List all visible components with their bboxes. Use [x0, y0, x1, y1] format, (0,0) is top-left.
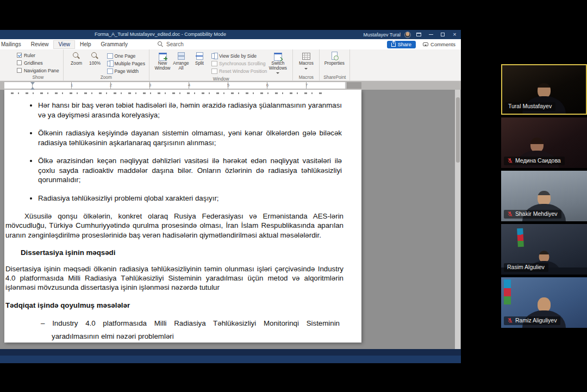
taskbar-strip — [0, 356, 461, 363]
search-icon — [158, 41, 164, 47]
zoom-button[interactable]: Zoom — [67, 51, 86, 74]
checkbox-icon — [17, 68, 22, 73]
share-icon — [391, 43, 396, 47]
multiple-pages-label: Multiple Pages — [115, 61, 145, 66]
ruler-scale — [4, 82, 346, 89]
flag — [504, 279, 511, 304]
reset-window-position-icon — [211, 68, 217, 74]
participant-name: Ramiz Aliguliyev — [515, 317, 557, 324]
comments-button[interactable]: Comments — [423, 41, 455, 47]
page-width-label: Page Width — [115, 69, 139, 74]
one-page-icon — [107, 53, 113, 59]
view-side-by-side-icon — [211, 53, 217, 59]
participant-name-label: Shakir Mehdiyev — [504, 210, 561, 219]
dash-item-text: Industry 4.0 platformasıda Milli Radiasi… — [52, 319, 340, 340]
ribbon-group-zoom: Zoom 100% One Page Multiple Pages — [64, 49, 149, 80]
tab-review[interactable]: Review — [26, 40, 54, 49]
account-name[interactable]: Mustafayev Tural — [363, 32, 401, 38]
arrange-all-button[interactable]: Arrange All — [172, 51, 190, 76]
zoom-100-label: 100% — [89, 61, 101, 66]
ruler-checkbox[interactable]: Ruler — [17, 52, 59, 58]
ruler-number: 1 — [69, 82, 74, 89]
participant-name-label: Rasim Alguliev — [504, 263, 548, 272]
group-label-macros: Macros — [297, 74, 315, 80]
split-button[interactable]: Split — [190, 51, 209, 76]
ribbon-group-macros: Macros Macros — [293, 49, 320, 80]
zoom-100-button[interactable]: 100% — [86, 51, 104, 74]
group-label-show: Show — [17, 74, 59, 80]
synchronous-scrolling-button[interactable]: Synchronous Scrolling — [211, 60, 267, 66]
switch-windows-button[interactable]: Switch Windows — [267, 51, 289, 76]
properties-icon — [330, 52, 339, 60]
vertical-scrollbar[interactable] — [455, 90, 460, 349]
bullet-item: Ölkənin radiasiya keşiyində dayanan sist… — [38, 128, 342, 147]
close-icon[interactable]: × — [451, 30, 459, 39]
arrange-all-label: Arrange All — [172, 61, 190, 71]
new-window-button[interactable]: New Window — [153, 51, 172, 76]
meeting-screen: Forma_A_Tural Mustafayev_edited.doc - Co… — [0, 0, 587, 392]
search-box[interactable]: Search — [158, 41, 184, 47]
document-page[interactable]: Hər hansı bir baş verən təbiət hadisələr… — [4, 90, 361, 343]
hanging-indent-marker[interactable] — [30, 85, 35, 90]
share-button[interactable]: Share — [387, 41, 416, 48]
comments-label: Comments — [430, 41, 455, 47]
body-paragraph: Disertasiya işinin məqsədi ölkənin radia… — [5, 264, 344, 293]
gridlines-checkbox[interactable]: Gridlines — [17, 60, 59, 66]
participant-video-medina[interactable]: Медина Саидова — [501, 117, 587, 168]
scrollbar-thumb[interactable] — [456, 97, 460, 163]
ruler-number: 3 — [147, 82, 153, 89]
status-bar — [0, 349, 461, 363]
participant-video-shakir[interactable]: Shakir Mehdiyev — [501, 171, 587, 221]
ribbon-display-options-icon[interactable] — [415, 30, 423, 39]
page-width-button[interactable]: Page Width — [107, 68, 145, 74]
minimize-icon[interactable] — [427, 30, 435, 39]
shared-screen: Forma_A_Tural Mustafayev_edited.doc - Co… — [0, 30, 461, 363]
ruler-number: 7 — [304, 82, 309, 89]
bullet-item: Radiasiya təhlükəsizliyi problemi qlobal… — [38, 194, 342, 203]
word-title-bar: Forma_A_Tural Mustafayev_edited.doc - Co… — [0, 30, 461, 39]
new-window-icon — [158, 52, 167, 60]
view-side-by-side-label: View Side by Side — [219, 53, 257, 59]
split-label: Split — [195, 61, 204, 66]
tab-view[interactable]: View — [53, 40, 75, 49]
ruler-number: 2 — [108, 82, 114, 89]
navigation-pane-checkbox-label: Navigation Pane — [24, 68, 59, 73]
participant-name: Rasim Alguliev — [507, 264, 545, 271]
tab-help[interactable]: Help — [75, 40, 96, 49]
reset-window-position-label: Reset Window Position — [219, 69, 267, 74]
reset-window-position-button[interactable]: Reset Window Position — [211, 68, 267, 74]
multiple-pages-button[interactable]: Multiple Pages — [107, 60, 145, 66]
mic-muted-icon — [507, 318, 513, 323]
horizontal-ruler[interactable]: 1 2 3 4 5 6 7 — [0, 81, 461, 90]
participant-video-ramiz[interactable]: Ramiz Aliguliyev — [501, 277, 587, 328]
tab-mailings[interactable]: Mailings — [0, 40, 26, 49]
account-avatar[interactable] — [404, 32, 411, 38]
participant-video-tural[interactable]: Tural Mustafayev — [501, 64, 587, 115]
mic-muted-icon — [507, 158, 513, 164]
restore-icon[interactable] — [439, 30, 447, 39]
ribbon-tabs: Mailings Review View Help Grammarly — [0, 39, 133, 49]
mic-muted-icon — [507, 211, 513, 217]
properties-label: Properties — [324, 61, 345, 66]
properties-button[interactable]: Properties — [323, 51, 345, 74]
bullet-list: Hər hansı bir baş verən təbiət hadisələr… — [4, 101, 342, 203]
group-label-zoom: Zoom — [67, 74, 145, 80]
ruler-number: 5 — [226, 82, 231, 89]
word-status-strip — [0, 349, 461, 356]
participant-name-label: Ramiz Aliguliyev — [504, 316, 560, 325]
ribbon-tab-row: Mailings Review View Help Grammarly Sear… — [0, 39, 461, 49]
flag — [517, 228, 524, 247]
one-page-label: One Page — [115, 53, 136, 59]
body-paragraph: Xüsusilə qonşu ölkələrin, konkret olaraq… — [5, 211, 344, 240]
macros-button[interactable]: Macros — [297, 51, 315, 74]
one-page-button[interactable]: One Page — [107, 53, 145, 59]
view-side-by-side-button[interactable]: View Side by Side — [211, 53, 267, 59]
navigation-pane-checkbox[interactable]: Navigation Pane — [17, 67, 59, 73]
participant-video-rasim[interactable]: Rasim Alguliev — [501, 224, 587, 275]
share-label: Share — [398, 41, 411, 47]
tab-grammarly[interactable]: Grammarly — [96, 40, 133, 49]
section-heading: Tədqiqat işində qoyulmuş məsələlər — [5, 301, 361, 309]
participants-panel: Tural Mustafayev Медина Саидова Shakir M… — [501, 64, 587, 331]
search-label: Search — [166, 41, 184, 47]
synchronous-scrolling-icon — [211, 60, 217, 66]
